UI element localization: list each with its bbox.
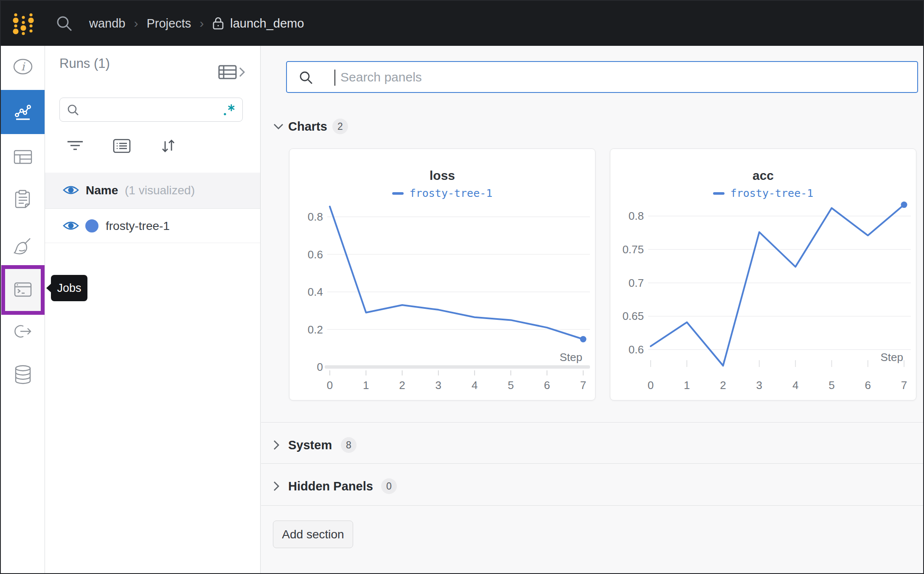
sidebar-item-runs-table[interactable] [1,141,45,174]
svg-text:0.8: 0.8 [629,210,644,222]
svg-text:0.65: 0.65 [622,310,644,322]
database-icon [14,364,32,386]
acc-line-chart: 0.60.650.70.750.801234567Step [610,149,917,401]
svg-text:0: 0 [317,361,323,373]
jobs-tooltip-label: Jobs [57,282,81,295]
section-header-hidden-panels[interactable]: Hidden Panels 0 [261,473,923,499]
chevron-down-icon [273,123,284,130]
jobs-highlight-frame [1,265,45,315]
breadcrumb-projects[interactable]: Projects [146,17,191,31]
runs-name-header-row: Name (1 visualized) [45,173,260,209]
svg-text:0: 0 [648,379,654,392]
sidebar-item-automations[interactable] [1,316,45,348]
filter-icon [67,140,84,152]
filter-runs-button[interactable] [64,136,86,156]
run-color-dot [85,219,98,232]
breadcrumb-separator: › [199,16,204,31]
sidebar-item-reports[interactable] [1,183,45,216]
section-count-badge: 8 [341,437,357,453]
eye-icon [62,183,79,197]
svg-text:1: 1 [684,379,690,392]
svg-text:3: 3 [756,379,762,392]
search-icon [299,70,313,85]
app-window: wandb › Projects › launch_demo i [0,0,924,574]
toggle-all-visibility-button[interactable] [62,183,79,198]
divider [261,505,923,506]
sidebar-item-artifacts[interactable] [1,359,45,391]
runs-search-box [59,98,243,122]
svg-text:0.7: 0.7 [629,277,644,289]
chevron-right-icon [273,481,280,492]
svg-text:0.75: 0.75 [622,243,644,256]
runs-search-input[interactable] [84,103,222,116]
terminal-icon [13,280,33,300]
run-row[interactable]: frosty-tree-1 [45,209,260,243]
table-icon [13,148,33,167]
add-section-button[interactable]: Add section [273,521,353,548]
svg-text:2: 2 [720,379,726,392]
sidebar-item-overview[interactable]: i [1,51,45,83]
runs-column-header: Name [86,184,118,197]
sidebar-item-jobs[interactable] [5,269,41,311]
chevron-right-icon [273,440,280,451]
svg-text:4: 4 [792,379,798,392]
line-chart-icon [13,102,33,123]
expand-runs-table-button[interactable] [218,63,250,81]
section-header-system[interactable]: System 8 [261,432,923,458]
svg-text:5: 5 [829,379,834,392]
search-icon [67,104,79,116]
chevron-right-icon [239,67,245,78]
manage-columns-button[interactable] [111,136,133,156]
left-rail: i [1,46,45,573]
panel-search-input[interactable] [340,62,913,92]
eye-icon [62,218,79,233]
list-settings-icon [113,139,131,153]
section-count-badge: 2 [332,119,348,134]
runs-visualized-annotation: (1 visualized) [125,184,195,197]
panel-search-box [286,61,918,93]
wandb-logo-icon[interactable] [12,12,35,36]
breadcrumb-project-name[interactable]: launch_demo [230,17,304,31]
svg-text:7: 7 [580,379,586,392]
sort-icon [160,139,176,153]
section-label: System [288,438,332,452]
regex-dot-star-icon[interactable] [222,103,236,117]
table-expand-icon [218,64,237,80]
svg-text:7: 7 [901,379,907,392]
toggle-run-visibility-button[interactable] [62,218,79,234]
sidebar-item-sweeps[interactable] [1,230,45,262]
svg-text:i: i [21,60,25,73]
svg-text:3: 3 [435,379,441,392]
chart-panel-acc[interactable]: acc frosty-tree-1 0.60.650.70.750.801234… [610,148,916,400]
svg-text:4: 4 [472,379,477,392]
info-icon: i [13,58,33,76]
workspace-main: Charts 2 loss frosty-tree-1 00.20.40.60.… [261,46,923,573]
svg-text:6: 6 [865,379,871,392]
lock-icon [212,17,224,30]
svg-text:0.6: 0.6 [308,248,323,261]
section-count-badge: 0 [381,479,397,494]
breadcrumb: wandb › Projects › launch_demo [89,1,304,46]
global-search-icon[interactable] [55,14,73,32]
svg-text:0: 0 [327,379,333,392]
sidebar-item-workspace[interactable] [1,90,45,134]
svg-text:6: 6 [544,379,550,392]
loss-line-chart: 00.20.40.60.801234567Step [289,149,596,401]
svg-text:Step: Step [881,351,904,364]
text-caret [334,70,335,86]
runs-panel-title: Runs (1) [59,56,110,71]
breadcrumb-entity[interactable]: wandb [89,17,125,31]
breadcrumb-separator: › [134,16,138,31]
svg-text:0.8: 0.8 [308,210,323,223]
broom-icon [13,236,33,257]
chart-panel-loss[interactable]: loss frosty-tree-1 00.20.40.60.801234567… [289,148,595,400]
svg-text:5: 5 [508,379,514,392]
sort-runs-button[interactable] [157,136,179,156]
runs-sidebar: Runs (1) [45,46,261,573]
top-navbar: wandb › Projects › launch_demo [1,1,923,46]
jobs-tooltip: Jobs [51,275,87,301]
svg-text:0.2: 0.2 [308,323,323,336]
svg-text:0.6: 0.6 [629,343,644,356]
section-label: Hidden Panels [288,479,373,493]
section-header-charts[interactable]: Charts 2 [261,114,923,139]
